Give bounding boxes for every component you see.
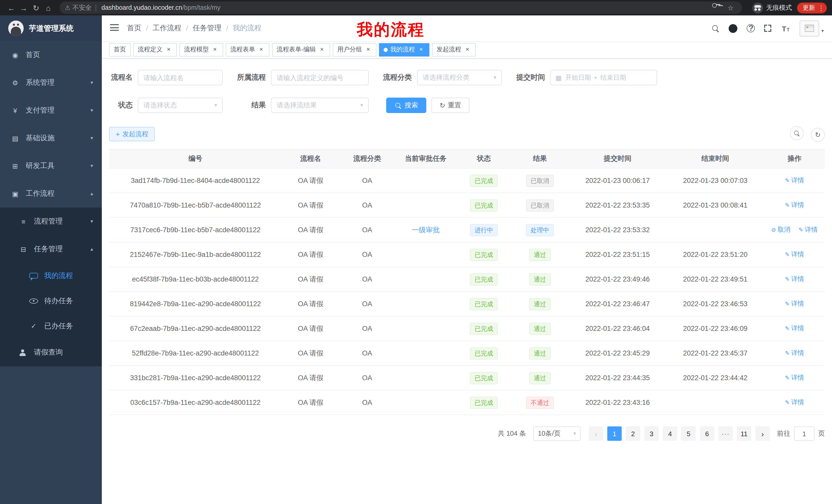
avatar[interactable] bbox=[800, 20, 820, 36]
filter-label: 流程名 bbox=[109, 73, 133, 82]
close-icon[interactable]: × bbox=[418, 46, 425, 53]
detail-icon: ✎ bbox=[785, 252, 789, 257]
page-button[interactable]: 2 bbox=[626, 426, 640, 441]
breadcrumb-item[interactable]: 工作流程 bbox=[141, 24, 182, 33]
process-name-input[interactable] bbox=[138, 70, 223, 85]
process-key-input[interactable] bbox=[271, 70, 369, 85]
sidebar-item[interactable]: ⊟ 任务管理 ▴ bbox=[0, 235, 102, 263]
todo-icon bbox=[29, 298, 38, 303]
detail-action[interactable]: ✎详情 bbox=[785, 373, 804, 382]
address-bar[interactable]: ⚠ 不安全 dashboard.yudao.iocoder.cn /bpm/ta… bbox=[60, 2, 742, 14]
breadcrumb-link[interactable]: 我的流程 bbox=[233, 24, 261, 33]
sidebar-item[interactable]: ▣ 工作流程 ▴ bbox=[0, 180, 102, 207]
detail-action[interactable]: ✎详情 bbox=[785, 398, 804, 407]
sidebar-item[interactable]: ¥ 支付管理 ▾ bbox=[0, 96, 102, 124]
logo-row[interactable]: 芋道管理系统 bbox=[0, 16, 102, 41]
cell-actions: ⊘ ✎详情 bbox=[764, 275, 825, 284]
search-icon[interactable] bbox=[712, 24, 720, 32]
close-icon[interactable]: × bbox=[365, 46, 372, 53]
breadcrumb-item[interactable]: 首页 bbox=[127, 24, 141, 33]
key-icon[interactable] bbox=[712, 2, 725, 14]
refresh-table-button[interactable]: ↻ bbox=[811, 128, 825, 142]
page-button[interactable]: 1 bbox=[607, 426, 622, 441]
tab[interactable]: 流程定义 × bbox=[133, 43, 177, 56]
status-select[interactable]: 请选择状态 ▾ bbox=[138, 97, 223, 113]
toggle-search-button[interactable] bbox=[789, 127, 803, 140]
detail-action[interactable]: ✎详情 bbox=[785, 324, 804, 333]
sidebar-item[interactable]: ▤ 基础设施 ▾ bbox=[0, 124, 102, 152]
sidebar-item[interactable]: 待办任务 bbox=[0, 288, 102, 313]
reload-icon[interactable]: ↻ bbox=[30, 2, 42, 14]
close-icon[interactable]: × bbox=[211, 46, 218, 53]
submit-time-range-picker[interactable]: ▦ 开始日期 - 结束日期 bbox=[550, 70, 657, 85]
goto-page-input[interactable] bbox=[794, 426, 814, 441]
breadcrumb-link[interactable]: 首页 bbox=[127, 24, 141, 33]
breadcrumb-item[interactable]: 任务管理 bbox=[182, 24, 222, 33]
detail-action[interactable]: ✎详情 bbox=[785, 250, 804, 259]
search-button[interactable]: 搜索 bbox=[386, 97, 426, 113]
forward-icon[interactable]: → bbox=[18, 2, 30, 14]
tab[interactable]: 流程表单 × bbox=[226, 43, 269, 56]
detail-action[interactable]: ✎详情 bbox=[785, 275, 804, 284]
workflow-icon: ▣ bbox=[11, 190, 20, 197]
page-button[interactable]: 6 bbox=[700, 426, 714, 441]
detail-action[interactable]: ✎详情 bbox=[785, 201, 804, 209]
page-button[interactable]: 11 bbox=[737, 426, 751, 441]
sidebar-item[interactable]: 请假查询 bbox=[0, 339, 102, 366]
page-button[interactable]: 4 bbox=[663, 426, 677, 441]
prev-page-button[interactable]: ‹ bbox=[589, 426, 603, 441]
detail-action[interactable]: ✎详情 bbox=[785, 349, 804, 358]
sidebar-toggle[interactable] bbox=[110, 24, 119, 33]
url-host: dashboard.yudao.iocoder.cn bbox=[102, 4, 182, 11]
page-button[interactable]: ··· bbox=[718, 426, 733, 441]
task-link[interactable]: 一级审批 bbox=[412, 226, 440, 233]
back-icon[interactable]: ← bbox=[5, 2, 18, 14]
table-toolbar: + 发起流程 ↻ bbox=[109, 127, 825, 142]
sidebar-item[interactable]: 我的流程 bbox=[0, 263, 102, 288]
github-icon[interactable] bbox=[729, 24, 738, 33]
sidebar-item[interactable]: ✓ 已办任务 bbox=[0, 313, 102, 339]
sidebar-item[interactable]: ⊞ 研发工具 ▾ bbox=[0, 152, 102, 180]
close-icon[interactable]: × bbox=[318, 46, 326, 53]
breadcrumb-item[interactable]: 我的流程 bbox=[222, 24, 262, 33]
create-process-button[interactable]: + 发起流程 bbox=[109, 127, 155, 141]
sidebar-item-label: 我的流程 bbox=[44, 271, 73, 280]
question-icon[interactable]: ? bbox=[747, 24, 755, 32]
sidebar-item[interactable]: ⚙ 系统管理 ▾ bbox=[0, 69, 102, 96]
close-icon[interactable]: × bbox=[165, 46, 172, 53]
fullscreen-icon[interactable] bbox=[764, 25, 772, 32]
detail-action[interactable]: ✎详情 bbox=[785, 176, 804, 185]
breadcrumb-link[interactable]: 工作流程 bbox=[153, 24, 182, 33]
detail-action[interactable]: ✎详情 bbox=[785, 300, 804, 308]
tab[interactable]: 流程模型 × bbox=[179, 43, 223, 56]
page-size-select[interactable]: 10条/页 ▾ bbox=[533, 426, 580, 441]
breadcrumb-link[interactable]: 任务管理 bbox=[193, 24, 222, 33]
tab[interactable]: 流程表单-编辑 × bbox=[272, 43, 330, 56]
tab[interactable]: 首页 × bbox=[109, 43, 131, 56]
tab[interactable]: 我的流程 × bbox=[379, 43, 430, 56]
reset-button[interactable]: ↻ 重置 bbox=[432, 97, 469, 113]
category-select[interactable]: 请选择流程分类 ▾ bbox=[417, 70, 502, 85]
sidebar-item[interactable]: ◉ 首页 bbox=[0, 41, 102, 69]
cell-status: 已完成 bbox=[457, 199, 511, 212]
detail-action[interactable]: ✎详情 bbox=[799, 226, 817, 234]
result-select[interactable]: 请选择流结果 ▾ bbox=[271, 97, 369, 113]
fontsize-icon[interactable] bbox=[781, 24, 790, 32]
tab-label: 流程表单-编辑 bbox=[277, 45, 316, 54]
status-badge: 已完成 bbox=[470, 248, 498, 261]
page-button[interactable]: 3 bbox=[644, 426, 659, 441]
caret-down-icon[interactable]: ▾ bbox=[822, 29, 824, 33]
sidebar-item[interactable]: ≡ 流程管理 ▾ bbox=[0, 207, 102, 235]
home-button-icon[interactable]: ⌂ bbox=[42, 2, 54, 14]
search-icon bbox=[395, 102, 401, 109]
close-icon[interactable]: × bbox=[464, 46, 471, 53]
star-icon[interactable]: ☆ bbox=[725, 2, 737, 14]
dots-vertical-icon[interactable]: ⋮ bbox=[817, 4, 825, 11]
tab[interactable]: 发起流程 × bbox=[432, 43, 476, 56]
page-button[interactable]: 5 bbox=[681, 426, 696, 441]
update-button[interactable]: 更新 ⋮ bbox=[797, 2, 827, 13]
next-page-button[interactable]: › bbox=[755, 426, 770, 441]
close-icon[interactable]: × bbox=[258, 46, 265, 53]
cancel-action[interactable]: ⊘取消 bbox=[771, 226, 790, 234]
tab[interactable]: 用户分组 × bbox=[333, 43, 376, 56]
